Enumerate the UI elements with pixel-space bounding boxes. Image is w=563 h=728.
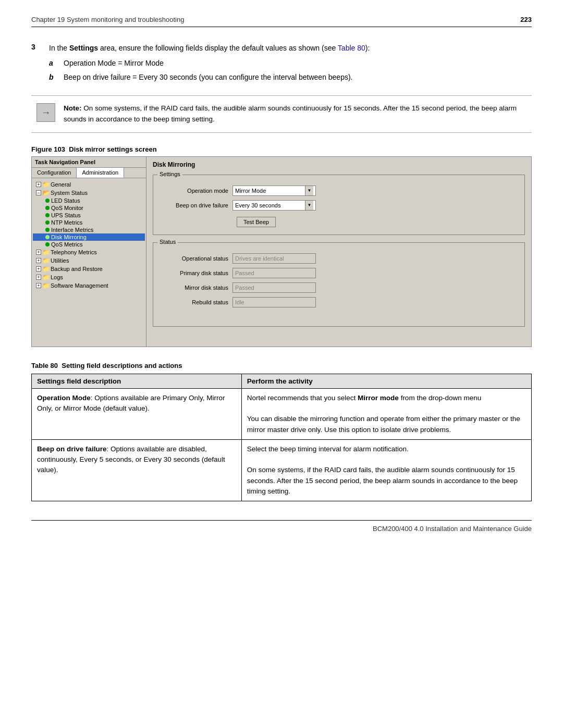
sub-step-a: a Operation Mode = Mirror Mode (49, 58, 370, 69)
table-cell-beep-desc: Beep on drive failure: Options available… (32, 439, 242, 501)
table-80-link[interactable]: Table 80 (338, 44, 365, 52)
settings-fieldset: Settings Operation mode Mirror Mode ▼ Be… (153, 175, 525, 235)
dot-icon-ups-status (45, 213, 50, 217)
sub-step-a-text: Operation Mode = Mirror Mode (64, 58, 164, 69)
expand-icon-telephony[interactable]: + (36, 250, 41, 255)
rebuild-status-input[interactable] (232, 297, 316, 307)
table-title: Setting field descriptions and actions (62, 362, 182, 369)
tree-label-interface-metrics: Interface Metrics (51, 227, 93, 233)
step-3-block: 3 In the Settings area, ensure the follo… (31, 43, 532, 86)
beep-bold: Beep on drive failure (37, 445, 107, 453)
tab-configuration[interactable]: Configuration (32, 168, 77, 178)
tree-item-qos-metrics[interactable]: QoS Metrics (33, 241, 145, 248)
dropdown-arrow-beep-icon[interactable]: ▼ (305, 201, 313, 210)
table-cell-beep-activity: Select the beep timing interval for alar… (241, 439, 531, 501)
beep-failure-row: Beep on drive failure Every 30 seconds ▼ (160, 200, 518, 211)
folder-icon-backup: 📁 (42, 265, 50, 273)
nav-tabs: Configuration Administration (32, 168, 146, 178)
step-text-before-bold: In the (49, 44, 69, 52)
primary-disk-status-input[interactable] (232, 268, 316, 278)
figure-caption: Figure 103 Disk mirror settings screen (31, 145, 532, 153)
tree-item-qos-monitor[interactable]: QoS Monitor (33, 204, 145, 212)
tree-label-utilities: Utilities (51, 257, 69, 264)
tree-label-disk-mirroring: Disk Mirroring (51, 234, 87, 240)
dot-icon-interface-metrics (45, 228, 50, 232)
chapter-title: Chapter 19 System monitoring and trouble… (31, 16, 184, 23)
tree-label-general: General (51, 181, 71, 188)
collapse-icon-system-status[interactable]: − (36, 190, 41, 195)
mirror-disk-status-input[interactable] (232, 282, 316, 293)
tree-item-interface-metrics[interactable]: Interface Metrics (33, 226, 145, 233)
sub-step-b-label: b (49, 72, 56, 83)
figure-title: Disk mirror settings screen (69, 145, 156, 153)
col-header-activity: Perform the activity (241, 374, 531, 388)
tree-label-logs: Logs (51, 274, 63, 280)
folder-icon-telephony: 📁 (42, 249, 50, 256)
content-panel-title: Disk Mirroring (153, 161, 525, 168)
expand-icon-logs[interactable]: + (36, 275, 41, 280)
tab-administration[interactable]: Administration (77, 168, 124, 178)
tree-label-system-status: System Status (51, 190, 88, 196)
expand-icon-backup[interactable]: + (36, 266, 41, 272)
note-bold: Note: (64, 104, 82, 112)
content-panel: Disk Mirroring Settings Operation mode M… (146, 157, 531, 347)
tree-label-ups-status: UPS Status (51, 212, 81, 218)
nav-tree: + 📁 General − 📂 System Status LED Status (32, 178, 146, 292)
settings-legend: Settings (157, 171, 182, 177)
primary-disk-status-row: Primary disk status (160, 268, 518, 278)
primary-disk-status-label: Primary disk status (160, 270, 232, 276)
tree-item-led-status[interactable]: LED Status (33, 197, 145, 204)
operation-mode-row: Operation mode Mirror Mode ▼ (160, 186, 518, 196)
tree-item-telephony-metrics[interactable]: + 📁 Telephony Metrics (33, 248, 145, 256)
test-beep-button[interactable]: Test Beep (237, 217, 276, 227)
tree-label-telephony-metrics: Telephony Metrics (51, 249, 97, 255)
mirror-disk-status-label: Mirror disk status (160, 285, 232, 291)
operation-mode-label: Operation mode (160, 188, 232, 194)
tree-item-backup-restore[interactable]: + 📁 Backup and Restore (33, 265, 145, 273)
tree-label-ntp-metrics: NTP Metrics (51, 219, 82, 226)
tree-item-general[interactable]: + 📁 General (33, 180, 145, 189)
tree-item-software-mgmt[interactable]: + 📁 Software Management (33, 281, 145, 290)
page-header: Chapter 19 System monitoring and trouble… (31, 16, 532, 27)
step-text-end: ): (365, 44, 370, 52)
nav-panel-title: Task Navigation Panel (32, 157, 146, 168)
step-bold-word: Settings (69, 44, 98, 52)
beep-failure-dropdown[interactable]: Every 30 seconds ▼ (232, 200, 316, 211)
dot-icon-disk-mirroring (45, 235, 50, 239)
table-caption: Table 80 Setting field descriptions and … (31, 362, 532, 369)
page-number: 223 (520, 16, 532, 23)
expand-icon-software[interactable]: + (36, 283, 41, 288)
mirror-disk-status-row: Mirror disk status (160, 282, 518, 293)
note-text: Note: On some systems, if the RAID card … (64, 103, 527, 125)
screenshot-frame: Task Navigation Panel Configuration Admi… (31, 156, 532, 347)
operational-status-row: Operational status (160, 253, 518, 264)
status-legend: Status (157, 239, 178, 245)
folder-icon-logs: 📁 (42, 274, 50, 281)
tree-item-system-status[interactable]: − 📂 System Status (33, 189, 145, 197)
expand-icon-utilities[interactable]: + (36, 258, 41, 263)
mirror-mode-bold: Mirror mode (358, 394, 399, 402)
folder-icon-software: 📁 (42, 282, 50, 289)
operation-mode-dropdown[interactable]: Mirror Mode ▼ (232, 186, 316, 196)
tree-label-software-mgmt: Software Management (51, 282, 108, 289)
operation-mode-value: Mirror Mode (235, 188, 305, 194)
tree-item-ntp-metrics[interactable]: NTP Metrics (33, 219, 145, 226)
operational-status-input[interactable] (232, 253, 316, 264)
tree-item-utilities[interactable]: + 📁 Utilities (33, 256, 145, 265)
note-body: On some systems, if the RAID card fails,… (64, 104, 517, 123)
tree-item-disk-mirroring[interactable]: Disk Mirroring (33, 233, 145, 241)
status-fieldset: Status Operational status Primary disk s… (153, 242, 525, 327)
nav-panel: Task Navigation Panel Configuration Admi… (32, 157, 146, 347)
tree-item-logs[interactable]: + 📁 Logs (33, 273, 145, 281)
dropdown-arrow-icon[interactable]: ▼ (305, 186, 313, 195)
col-header-settings: Settings field description (32, 374, 242, 388)
tree-item-ups-status[interactable]: UPS Status (33, 212, 145, 219)
footer-text: BCM200/400 4.0 Installation and Maintena… (373, 525, 532, 533)
tree-label-led-status: LED Status (51, 198, 80, 204)
figure-label: Figure 103 (31, 145, 65, 153)
dot-icon-ntp-metrics (45, 220, 50, 225)
sub-steps: a Operation Mode = Mirror Mode b Beep on… (49, 58, 370, 83)
expand-icon-general[interactable]: + (36, 182, 41, 187)
table-row-beep-failure: Beep on drive failure: Options available… (32, 439, 532, 501)
tree-label-qos-monitor: QoS Monitor (51, 205, 83, 211)
